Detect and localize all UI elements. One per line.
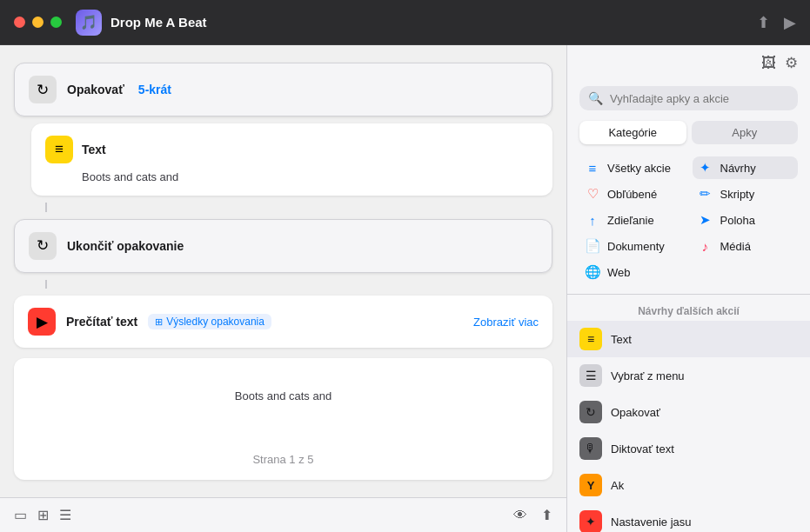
location-icon: ➤	[698, 212, 713, 228]
category-sharing[interactable]: ↑ Zdieľanie	[579, 209, 686, 231]
workflow-panel: ↻ Opakovať 5-krát ≡ Text Boots and cats …	[0, 45, 566, 497]
suggestion-dictate[interactable]: 🎙 Diktovať text	[567, 430, 810, 467]
search-wrap[interactable]: 🔍	[579, 86, 798, 110]
suggestion-if[interactable]: Y Ak	[567, 467, 810, 503]
category-label: Dokumenty	[607, 240, 665, 253]
category-label: Zdieľanie	[607, 214, 654, 227]
connector-2	[45, 280, 47, 289]
tab-apps[interactable]: Apky	[692, 121, 799, 144]
suggestion-text-icon: ≡	[579, 328, 602, 350]
connector-1	[45, 203, 47, 212]
suggestion-dictate-icon: 🎙	[579, 437, 602, 460]
category-label: Návrhy	[720, 162, 756, 175]
eye-button[interactable]: 👁	[513, 507, 527, 523]
suggestions-icon: ✦	[698, 160, 713, 176]
favorites-icon: ♡	[585, 186, 600, 202]
category-documents[interactable]: 📄 Dokumenty	[579, 235, 686, 257]
documents-icon: 📄	[585, 238, 600, 254]
categories-grid: ≡ Všetky akcie ✦ Návrhy ♡ Obľúbené ✏ Skr…	[567, 151, 810, 290]
suggestion-menu[interactable]: ☰ Vybrať z menu	[567, 357, 810, 394]
speak-label: Prečítať text	[66, 315, 137, 329]
sidebar-divider	[567, 294, 810, 295]
text-body: Boots and cats and	[45, 170, 539, 183]
titlebar: 🎵 Drop Me A Beat ⬆ ▶	[0, 0, 810, 45]
suggestion-if-label: Ak	[611, 479, 624, 492]
end-loop-icon: ↻	[29, 232, 57, 260]
category-location[interactable]: ➤ Poloha	[693, 209, 799, 231]
text-icon: ≡	[45, 136, 73, 163]
bottom-toolbar: ▭ ⊞ ☰ 👁 ⬆	[0, 497, 566, 532]
toolbar-right: 👁 ⬆	[513, 507, 552, 523]
category-label: Poloha	[720, 214, 755, 227]
traffic-lights	[14, 17, 62, 28]
show-more-link[interactable]: Zobraziť viac	[473, 316, 539, 329]
page-indicator: Strana 1 z 5	[252, 453, 313, 466]
sidebar-tabs: Kategórie Apky	[567, 117, 810, 151]
output-text: Boots and cats and	[235, 389, 331, 402]
category-label: Médiá	[720, 240, 751, 253]
loop-card[interactable]: ↻ Opakovať 5-krát	[14, 63, 552, 116]
all-actions-icon: ≡	[585, 161, 600, 176]
category-label: Všetky akcie	[607, 162, 671, 175]
minimize-button[interactable]	[32, 17, 44, 28]
scripts-icon: ✏	[698, 186, 713, 202]
close-button[interactable]	[14, 17, 25, 28]
view-grid-button[interactable]: ⊞	[37, 507, 49, 523]
view-list-button[interactable]: ☰	[59, 507, 71, 523]
suggestion-brightness-label: Nastavenie jasu	[611, 515, 692, 529]
suggestion-dictate-label: Diktovať text	[611, 442, 674, 456]
category-favorites[interactable]: ♡ Obľúbené	[579, 183, 686, 205]
category-suggestions[interactable]: ✦ Návrhy	[693, 156, 799, 179]
sidebar: 🖼 ⚙ 🔍 Kategórie Apky ≡ Všetky akcie ✦ Ná…	[566, 45, 810, 532]
suggestion-text-label: Text	[611, 333, 632, 346]
suggestion-repeat[interactable]: ↻ Opakovať	[567, 394, 810, 430]
main-content: ↻ Opakovať 5-krát ≡ Text Boots and cats …	[0, 45, 810, 532]
upload-button[interactable]: ⬆	[757, 13, 770, 32]
fullscreen-button[interactable]	[50, 17, 62, 28]
text-card-header: ≡ Text	[45, 136, 539, 163]
view-single-button[interactable]: ▭	[14, 507, 27, 523]
text-label: Text	[82, 143, 106, 156]
speak-badge: ⊞ Výsledky opakovania	[148, 314, 271, 329]
app-title: Drop Me A Beat	[110, 15, 757, 30]
play-button[interactable]: ▶	[784, 13, 796, 32]
web-icon: 🌐	[585, 264, 600, 280]
category-media[interactable]: ♪ Médiá	[693, 235, 799, 257]
media-icon: ♪	[698, 239, 713, 254]
gallery-icon-button[interactable]: 🖼	[761, 55, 776, 72]
speak-icon: ▶	[28, 308, 56, 336]
text-card[interactable]: ≡ Text Boots and cats and	[31, 123, 552, 196]
suggestion-if-icon: Y	[579, 474, 602, 496]
category-all-actions[interactable]: ≡ Všetky akcie	[579, 156, 686, 179]
suggestion-brightness[interactable]: ✦ Nastavenie jasu	[567, 503, 810, 532]
category-web[interactable]: 🌐 Web	[579, 261, 686, 283]
category-label: Web	[607, 266, 631, 279]
end-loop-card[interactable]: ↻ Ukončiť opakovanie	[14, 219, 552, 273]
titlebar-actions: ⬆ ▶	[757, 13, 796, 32]
suggestion-repeat-label: Opakovať	[611, 406, 660, 419]
search-input[interactable]	[610, 92, 789, 105]
suggestion-repeat-icon: ↻	[579, 401, 602, 423]
sidebar-search: 🔍	[567, 76, 810, 117]
search-icon: 🔍	[588, 91, 603, 105]
loop-badge: 5-krát	[138, 83, 171, 96]
suggestion-menu-label: Vybrať z menu	[611, 369, 685, 382]
suggestion-text[interactable]: ≡ Text	[567, 321, 810, 357]
suggestion-brightness-icon: ✦	[579, 510, 602, 532]
suggestions-heading: Návrhy ďalších akcií	[567, 298, 810, 321]
suggestion-menu-icon: ☰	[579, 364, 602, 387]
app-icon: 🎵	[76, 10, 102, 36]
category-label: Obľúbené	[607, 188, 657, 201]
category-label: Skripty	[720, 188, 755, 201]
settings-icon-button[interactable]: ⚙	[785, 54, 798, 72]
speak-card[interactable]: ▶ Prečítať text ⊞ Výsledky opakovania Zo…	[14, 296, 552, 348]
tab-categories[interactable]: Kategórie	[579, 121, 686, 144]
suggestion-list: ≡ Text ☰ Vybrať z menu ↻ Opakovať 🎙 Dikt…	[567, 321, 810, 532]
sharing-icon: ↑	[585, 213, 600, 228]
loop-label: Opakovať	[67, 83, 124, 96]
loop-icon: ↻	[29, 76, 57, 103]
share-button[interactable]: ⬆	[541, 507, 552, 523]
output-box: Boots and cats and Strana 1 z 5	[14, 358, 552, 480]
end-loop-label: Ukončiť opakovanie	[67, 239, 184, 253]
category-scripts[interactable]: ✏ Skripty	[693, 183, 799, 205]
